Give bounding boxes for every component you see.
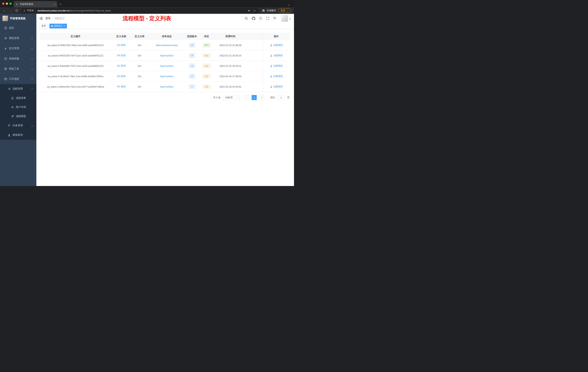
chevron-down-icon — [31, 37, 33, 39]
definition-name-link[interactable]: OA 请假 — [117, 44, 126, 47]
definition-name-link[interactable]: OA 请假 — [117, 85, 126, 88]
chevron-up-icon — [31, 88, 33, 90]
definition-name-link[interactable]: OA 请假 — [117, 54, 126, 57]
version-badge: v4 — [189, 53, 195, 58]
minimize-window-button[interactable] — [6, 2, 8, 5]
table-row: oa_leave:4:991f2193-7b7f-11ec-a3c8-acde4… — [40, 50, 290, 61]
assign-rule-link[interactable]: 分配规则 — [270, 54, 283, 57]
table-header-row: 定义编号 定义名称 定义分类 表单信息 流程版本 状态 部署时间 操作 — [40, 33, 290, 40]
sidebar-logo[interactable]: 芋道管理系统 — [0, 14, 36, 23]
prev-page-button[interactable] — [244, 95, 249, 100]
form-link[interactable]: /bpm/oa/flow — [160, 65, 173, 67]
definition-name-link[interactable]: OA 请假 — [117, 75, 126, 78]
chevron-up-icon — [31, 78, 33, 80]
column-header: 定义名称 — [111, 33, 131, 40]
tag-home[interactable]: 首页 — [40, 24, 48, 28]
sidebar-item-infrastructure[interactable]: 基础设施 — [0, 54, 36, 64]
assign-rule-link[interactable]: 分配规则 — [270, 44, 283, 47]
github-icon[interactable] — [251, 16, 256, 21]
column-header: 定义分类 — [131, 33, 148, 40]
cell-definition-id: oa_leave:3:1fad3d93-7b75-11ec-a3c8-acde4… — [40, 61, 111, 71]
cell-filler — [246, 82, 263, 92]
cell-deploy-time: 2022-01-22 20:34:10 — [215, 50, 246, 61]
assign-rule-link[interactable]: 分配规则 — [270, 85, 283, 88]
definition-name-link[interactable]: OA 请假 — [117, 64, 126, 67]
maximize-window-button[interactable] — [10, 2, 12, 5]
sidebar-item-label: 研发工具 — [9, 67, 30, 70]
question-mark: ? — [259, 17, 262, 20]
form-link[interactable]: /bpm/oa/flow — [160, 54, 173, 57]
table-row: oa_leave:5:004b710b-7b8a-11ec-8ef0-acde4… — [40, 40, 290, 50]
sidebar-item-process-model[interactable]: 流程模型 — [0, 112, 36, 121]
browser-window: 芋道管理系统 × + ← → ⚠ 不安全 | dashboard.yudao.i… — [0, 0, 294, 186]
browser-tab[interactable]: 芋道管理系统 × — [14, 1, 57, 7]
sidebar-item-home[interactable]: 首页 — [0, 23, 36, 33]
navbar-actions: ? TT — [244, 15, 291, 22]
document-icon — [11, 97, 14, 99]
table-row: oa_leave:3:1fad3d93-7b75-11ec-a3c8-acde4… — [40, 61, 290, 71]
hamburger-icon[interactable] — [36, 14, 45, 23]
back-button[interactable]: ← — [2, 8, 7, 13]
tag-process-definition[interactable]: 流程定义 × — [50, 24, 67, 28]
cell-category: OA — [131, 61, 148, 71]
reload-button[interactable] — [14, 8, 19, 13]
assign-rule-link[interactable]: 分配规则 — [270, 64, 283, 67]
sidebar-item-user-group[interactable]: 用户分组 — [0, 103, 36, 112]
url-host: dashboard.yudao.iocoder.cn — [37, 9, 70, 12]
sidebar-item-label: 请假查询 — [12, 133, 33, 137]
page-content: 定义编号 定义名称 定义分类 表单信息 流程版本 状态 部署时间 操作 oa_l… — [36, 29, 294, 186]
sidebar-item-task-management[interactable]: 任务管理 — [0, 121, 36, 130]
tab-search-button[interactable] — [286, 2, 291, 7]
search-icon[interactable] — [244, 16, 249, 21]
sidebar-item-system[interactable]: 系统管理 — [0, 33, 36, 43]
next-page-button[interactable] — [259, 95, 264, 100]
cell-category: OA — [131, 82, 148, 92]
forward-button[interactable]: → — [8, 8, 13, 13]
address-divider: | — [35, 9, 36, 12]
sidebar-item-process-management[interactable]: 流程管理 — [0, 84, 36, 94]
bookmark-star-icon[interactable]: ☆ — [252, 9, 257, 12]
sidebar-item-label: 首页 — [9, 26, 33, 30]
sidebar-item-payment[interactable]: ¥ 支付管理 — [0, 43, 36, 54]
assign-rule-label: 分配规则 — [273, 75, 283, 78]
status-badge: 挂起 — [202, 85, 211, 89]
sidebar-item-devtools[interactable]: 研发工具 — [0, 64, 36, 74]
user-avatar-menu[interactable] — [281, 15, 291, 22]
kebab-menu-icon[interactable]: ⋮ — [286, 9, 289, 12]
column-header: 流程版本 — [185, 33, 199, 40]
browser-update-button[interactable]: 更新 ⋮ — [278, 8, 291, 13]
font-size-icon[interactable]: TT — [273, 16, 277, 21]
tab-close-icon[interactable]: × — [54, 3, 55, 6]
fullscreen-icon[interactable] — [265, 16, 270, 21]
address-bar[interactable]: ⚠ 不安全 | dashboard.yudao.iocoder.cn/bpm/m… — [21, 8, 259, 13]
page-number-current[interactable]: 1 — [252, 95, 257, 100]
breadcrumb-separator: / — [52, 17, 53, 20]
tag-close-icon[interactable]: × — [64, 25, 65, 27]
status-badge: 激活 — [202, 43, 211, 47]
security-label[interactable]: 不安全 — [27, 9, 34, 12]
help-icon[interactable]: ? — [258, 16, 263, 21]
close-window-button[interactable] — [2, 2, 4, 5]
new-tab-button[interactable]: + — [59, 2, 62, 6]
page-size-select[interactable]: 10条/页 — [223, 95, 240, 100]
tags-bar: 首页 流程定义 × — [36, 23, 294, 29]
sidebar-item-workflow[interactable]: 工作流程 — [0, 74, 36, 84]
assign-rule-link[interactable]: 分配规则 — [270, 75, 283, 78]
briefcase-icon — [4, 77, 7, 80]
cell-definition-id: oa_leave:2:3c1f0ef1-76b1-11ec-9c66-a2380… — [40, 71, 111, 81]
cell-category: OA — [131, 50, 148, 61]
password-key-icon[interactable] — [247, 9, 251, 12]
sidebar-item-leave-query[interactable]: 请假查询 — [0, 130, 36, 140]
flag-icon — [8, 124, 11, 127]
form-link[interactable]: /bpm/oa/flow — [160, 85, 173, 88]
form-link[interactable]: /bpm/oa/leave/create — [156, 44, 178, 47]
column-header-actions: 操作 — [263, 33, 290, 40]
breadcrumb-home-link[interactable]: 首页 — [45, 17, 51, 20]
goto-page-input[interactable] — [277, 95, 285, 100]
paper-plane-icon — [11, 115, 14, 118]
chevron-down-icon — [288, 4, 289, 6]
form-link[interactable]: /bpm/oa/flow — [160, 75, 173, 78]
sidebar-item-process-form[interactable]: 流程表单 — [0, 94, 36, 103]
goto-label: 前往 — [270, 96, 275, 99]
cell-definition-id: oa_leave:4:991f2193-7b7f-11ec-a3c8-acde4… — [40, 50, 111, 61]
